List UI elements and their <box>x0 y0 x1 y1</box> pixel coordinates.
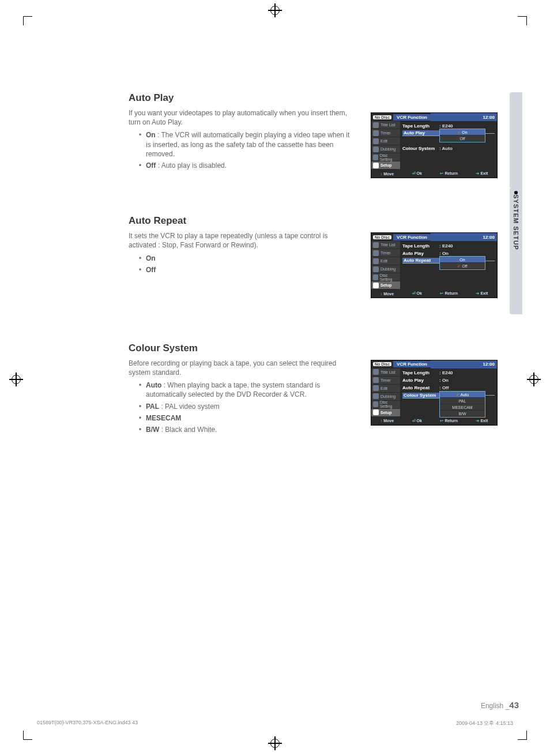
heading-colour-system: Colour System <box>129 343 498 354</box>
osd-footer-move[interactable]: Move <box>381 172 394 176</box>
osd-row: Colour System: Auto <box>402 145 495 152</box>
osd-row: Tape Length: E240 <box>402 370 495 377</box>
osd-sidebar-item[interactable]: Title List <box>371 368 400 377</box>
bullets-colour-system: Auto : When playing back a tape, the sys… <box>129 381 356 434</box>
osd-footer-ok[interactable]: Ok <box>412 291 422 296</box>
heading-auto-repeat: Auto Repeat <box>129 215 498 227</box>
registration-mark-right <box>528 374 540 388</box>
osd-sidebar-item[interactable]: Edit <box>371 137 400 145</box>
footer-time: 2009-04-13 오후 4:15:13 <box>456 720 513 727</box>
osd-footer-return[interactable]: Return <box>440 419 458 423</box>
osd-badge: No Disc <box>373 235 391 239</box>
osd-panel-auto-repeat: No Disc VCR Function 12:00 Title List Ti… <box>371 232 498 298</box>
section-auto-play: Auto Play If you want your videotapes to… <box>129 92 498 170</box>
osd-row: Auto Play: On <box>402 377 495 384</box>
osd-clock: 12:00 <box>431 113 497 121</box>
osd-footer-exit[interactable]: Exit <box>476 171 488 176</box>
osd-dropdown[interactable]: On Off <box>439 256 485 270</box>
osd-footer-move[interactable]: Move <box>381 292 394 296</box>
osd-footer: Move Ok Return Exit <box>371 289 497 298</box>
list-item: On <box>146 254 356 263</box>
osd-footer-move[interactable]: Move <box>381 419 394 423</box>
osd-sidebar-item[interactable]: Timer <box>371 377 400 385</box>
osd-option[interactable]: MESECAM <box>440 404 485 411</box>
osd-sidebar-item[interactable]: Dubbing <box>371 145 400 153</box>
footer-file: 01589T(00)-VR370,375-XSA-ENG.ind43 43 <box>37 720 138 727</box>
osd-main: Tape Length: E240 Auto Play: On Auto Rep… <box>400 368 497 417</box>
osd-clock: 12:00 <box>431 360 497 368</box>
osd-sidebar-item[interactable]: Title List <box>371 121 400 129</box>
osd-panel-auto-play: No Disc VCR Function 12:00 Title List Ti… <box>371 112 498 178</box>
intro-auto-repeat: It sets the VCR to play a tape repeatedl… <box>129 231 356 250</box>
osd-sidebar-item[interactable]: Timer <box>371 129 400 137</box>
osd-footer-return[interactable]: Return <box>440 171 458 176</box>
list-item: Off : Auto play is disabled. <box>146 161 356 170</box>
list-item: On : The VCR will automatically begin pl… <box>146 130 356 159</box>
osd-sidebar-item[interactable]: Dubbing <box>371 393 400 401</box>
osd-title: VCR Function <box>393 114 431 121</box>
bullets-auto-repeat: On Off <box>129 254 356 274</box>
osd-sidebar-item[interactable]: Edit <box>371 385 400 393</box>
osd-sidebar-item[interactable]: Disc Setting <box>371 153 400 161</box>
osd-title: VCR Function <box>393 361 431 367</box>
osd-footer-ok[interactable]: Ok <box>412 419 422 423</box>
registration-mark-left <box>10 374 22 388</box>
page: SYSTEM SETUP Auto Play If you want your … <box>28 23 522 733</box>
side-tab-extension <box>510 92 522 187</box>
osd-option[interactable]: Auto <box>440 392 485 398</box>
footer-meta: 01589T(00)-VR370,375-XSA-ENG.ind43 43 20… <box>37 720 513 727</box>
side-tab-label: SYSTEM SETUP <box>513 194 519 250</box>
osd-sidebar-item-active[interactable]: Setup <box>371 281 400 289</box>
osd-sidebar-item[interactable]: Title List <box>371 241 400 249</box>
osd-sidebar: Title List Timer Edit Dubbing Disc Setti… <box>371 368 400 417</box>
osd-badge: No Disc <box>373 115 391 119</box>
osd-sidebar: Title List Timer Edit Dubbing Disc Setti… <box>371 121 400 170</box>
osd-option[interactable]: B/W <box>440 411 485 417</box>
osd-title: VCR Function <box>393 234 431 240</box>
osd-option[interactable]: On <box>440 257 485 263</box>
osd-sidebar-item-active[interactable]: Setup <box>371 161 400 170</box>
registration-mark-bottom <box>269 738 281 751</box>
bullets-auto-play: On : The VCR will automatically begin pl… <box>129 130 356 170</box>
section-auto-repeat: Auto Repeat It sets the VCR to play a ta… <box>129 215 498 274</box>
osd-main: Tape Length: E240 Auto Play: On Auto Rep… <box>400 241 497 289</box>
osd-row: Tape Length: E240 <box>402 242 495 249</box>
heading-auto-play: Auto Play <box>129 92 498 104</box>
list-item: PAL : PAL video system <box>146 402 356 411</box>
osd-main: Tape Length: E240 Auto Play On Off Auto … <box>400 121 497 170</box>
intro-colour-system: Before recording or playing back a tape,… <box>129 359 356 377</box>
osd-footer-exit[interactable]: Exit <box>476 419 488 423</box>
side-tab: SYSTEM SETUP <box>510 187 522 314</box>
osd-dropdown[interactable]: Auto PAL MESECAM B/W <box>439 391 485 418</box>
osd-footer: Move Ok Return Exit <box>371 170 497 178</box>
registration-mark-top <box>269 5 281 18</box>
osd-sidebar-item[interactable]: Disc Setting <box>371 401 400 409</box>
osd-option[interactable]: Off <box>440 136 485 142</box>
osd-sidebar: Title List Timer Edit Dubbing Disc Setti… <box>371 241 400 289</box>
osd-footer-return[interactable]: Return <box>440 291 458 296</box>
page-number: English _43 <box>481 700 519 710</box>
osd-option[interactable]: On <box>440 129 485 136</box>
osd-sidebar-item[interactable]: Timer <box>371 249 400 257</box>
osd-footer-ok[interactable]: Ok <box>412 171 422 176</box>
osd-dropdown[interactable]: On Off <box>439 129 485 142</box>
list-item: B/W : Black and White. <box>146 425 356 434</box>
osd-footer: Move Ok Return Exit <box>371 417 497 425</box>
osd-option[interactable]: PAL <box>440 398 485 404</box>
osd-sidebar-item[interactable]: Disc Setting <box>371 273 400 281</box>
osd-panel-colour-system: No Disc VCR Function 12:00 Title List Ti… <box>371 360 498 426</box>
list-item: MESECAM <box>146 413 356 423</box>
osd-clock: 12:00 <box>431 233 497 241</box>
section-colour-system: Colour System Before recording or playin… <box>129 343 498 434</box>
osd-sidebar-item[interactable]: Dubbing <box>371 265 400 273</box>
osd-footer-exit[interactable]: Exit <box>476 291 488 296</box>
content-area: Auto Play If you want your videotapes to… <box>129 92 498 450</box>
list-item: Auto : When playing back a tape, the sys… <box>146 381 356 399</box>
osd-option[interactable]: Off <box>440 263 485 269</box>
osd-badge: No Disc <box>373 362 391 366</box>
list-item: Off <box>146 265 356 274</box>
intro-auto-play: If you want your videotapes to play auto… <box>129 108 356 127</box>
osd-sidebar-item[interactable]: Edit <box>371 257 400 265</box>
osd-sidebar-item-active[interactable]: Setup <box>371 409 400 417</box>
